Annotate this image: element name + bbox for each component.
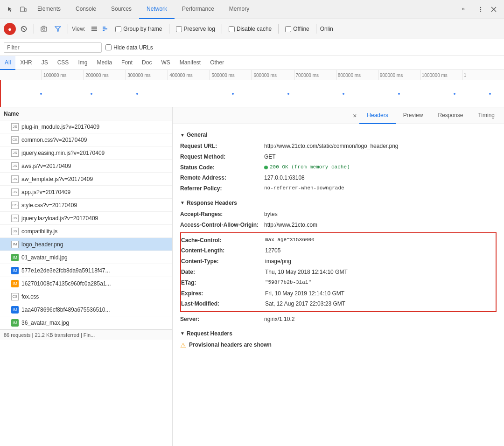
disable-cache-checkbox[interactable]: Disable cache [229,26,272,32]
record-button[interactable]: ● [4,23,16,35]
tick-6: 600000 ms [252,70,294,80]
device-icon[interactable] [17,3,30,16]
tick-1: 100000 ms [42,70,84,80]
timeline-dot-6 [343,93,344,95]
tab-headers[interactable]: Headers [359,107,395,124]
tab-performance[interactable]: Performance [175,0,222,19]
main-content: Name JS plug-in_module.js?v=20170409 CS … [0,107,504,446]
file-img-icon: IM [11,306,19,314]
type-tab-other[interactable]: Other [205,56,229,70]
list-item[interactable]: JS aw_template.js?v=20170409 [0,173,172,186]
close-detail-button[interactable]: × [350,111,359,120]
tab-elements[interactable]: Elements [30,0,68,19]
list-item[interactable]: JS plug-in_module.js?v=20170409 [0,120,172,133]
svg-line-8 [22,28,25,30]
list-item[interactable]: JS aws.js?v=20170409 [0,160,172,173]
list-item[interactable]: CS fox.css [0,290,172,303]
file-doc-icon: JS [11,162,19,170]
list-item[interactable]: IM 577e1e2de3e2fcb8da9a59118f47... [0,264,172,277]
filter-row: Hide data URLs [0,39,504,56]
close-devtools-icon[interactable] [487,3,500,16]
timeline-dot-5 [287,93,289,95]
more-options-icon[interactable] [474,3,487,16]
list-item[interactable]: JS compatibility.js [0,225,172,238]
file-doc-icon: CS [11,202,19,209]
tab-preview[interactable]: Preview [396,107,431,124]
tab-console[interactable]: Console [68,0,104,19]
list-view-icon[interactable] [89,24,99,34]
request-headers-arrow-icon: ▼ [180,331,185,336]
timeline-dot-7 [398,93,400,95]
svg-rect-1 [25,8,26,12]
list-item[interactable]: IM 36_avatar_max.jpg [0,316,172,329]
waterfall-view-icon[interactable] [100,24,111,34]
offline-checkbox[interactable]: Offline [285,26,309,32]
type-tab-media[interactable]: Media [92,56,117,70]
svg-rect-14 [103,27,105,28]
tab-memory[interactable]: Memory [222,0,257,19]
cursor-icon[interactable] [4,3,17,16]
provisional-headers-warning: ⚠ Provisional headers are shown [180,340,497,351]
last-modified-row: Last-Modified: Sat, 12 Aug 2017 22:03:23… [181,299,496,309]
stop-icon[interactable] [18,23,30,35]
tick-3: 300000 ms [126,70,168,80]
list-item[interactable]: JS jquery.easing.min.js?v=20170409 [0,146,172,160]
general-arrow-icon: ▼ [180,132,185,138]
type-tab-font[interactable]: Font [117,56,137,70]
list-item[interactable]: JS jquery.lazyload.js?v=20170409 [0,212,172,225]
list-item[interactable]: IM logo_header.png [0,238,172,251]
tab-network[interactable]: Network [139,0,175,19]
svg-rect-0 [21,7,24,12]
filter-icon[interactable] [52,23,64,35]
file-img-icon: IM [11,280,19,287]
list-item[interactable]: IM 01_avatar_mid.jpg [0,251,172,264]
timeline-dot-1 [40,93,42,95]
type-tab-js[interactable]: JS [37,56,53,70]
tab-timing[interactable]: Timing [470,107,502,124]
tick-2: 200000 ms [84,70,126,80]
timeline-dot-3 [136,93,138,95]
remote-address-row: Remote Address: 127.0.0.1:63108 [180,173,497,183]
list-item[interactable]: IM 1aa4078696cf8bf489a675536510... [0,303,172,316]
tick-0 [0,70,42,80]
general-section-header[interactable]: ▼ General [180,132,497,138]
tab-response[interactable]: Response [430,107,470,124]
request-headers-section-header[interactable]: ▼ Request Headers [180,330,497,337]
highlighted-headers-box: Cache-Control: max-age=31536000 Content-… [180,232,497,313]
expires-row: Expires: Fri, 10 May 2019 12:14:10 GMT [181,288,496,299]
tab-sources[interactable]: Sources [104,0,139,19]
type-tab-manifest[interactable]: Manifest [175,56,205,70]
type-tab-doc[interactable]: Doc [137,56,156,70]
timeline-dot-2 [91,93,92,95]
group-by-frame-checkbox[interactable]: Group by frame [115,26,162,32]
list-item[interactable]: CS style.css?v=20170409 [0,199,172,212]
type-tab-ws[interactable]: WS [156,56,175,70]
response-headers-section-header[interactable]: ▼ Response Headers [180,200,497,206]
content-type-row: Content-Type: image/png [181,256,496,267]
request-method-row: Request Method: GET [180,152,497,162]
type-tab-xhr[interactable]: XHR [15,56,36,70]
hide-data-urls-checkbox[interactable]: Hide data URLs [105,44,153,51]
warning-icon: ⚠ [180,341,186,349]
type-tab-css[interactable]: CSS [53,56,74,70]
list-item[interactable]: JS app.js?v=20170409 [0,186,172,199]
file-doc-icon: IM [11,241,19,248]
timeline-dot-4 [232,93,234,95]
type-tab-img[interactable]: Img [73,56,92,70]
tick-11: 1 [462,70,504,80]
type-tab-all[interactable]: All [0,56,15,70]
search-input[interactable] [4,42,102,53]
camera-icon[interactable] [38,23,50,35]
timeline-dot-8 [454,93,455,95]
preserve-log-checkbox[interactable]: Preserve log [176,26,215,32]
file-doc-icon: JS [11,188,19,196]
divider-4 [222,24,222,34]
referrer-policy-row: Referrer Policy: no-referrer-when-downgr… [180,183,497,194]
view-icons [89,24,111,34]
tick-4: 400000 ms [168,70,210,80]
type-filter-tabs: All XHR JS CSS Img Media Font Doc WS Man… [0,56,504,70]
tick-10: 1000000 ms [420,70,462,80]
list-item[interactable]: IM 162701008c74135c960fc0a285a1... [0,277,172,290]
list-item[interactable]: CS common.css?v=20170409 [0,133,172,146]
tab-more[interactable]: » [454,0,472,19]
